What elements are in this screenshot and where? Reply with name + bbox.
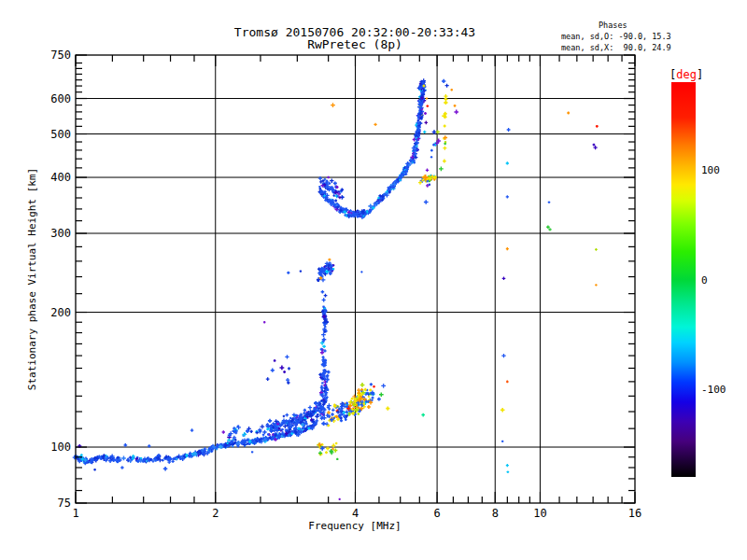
y-tick-label: 200 <box>50 306 71 319</box>
scatter-point <box>250 430 253 433</box>
scatter-point <box>501 354 505 357</box>
x-tick-label: 10 <box>533 507 546 520</box>
scatter-point <box>595 284 597 286</box>
scatter-point <box>283 415 286 418</box>
scatter-point <box>280 366 285 371</box>
scatter-point <box>340 419 343 422</box>
scatter-point <box>303 409 306 412</box>
scatter-point <box>502 277 506 281</box>
phase-stats-o-mode: mean, sd,O: -90.0, 15.3 <box>561 32 671 41</box>
scatter-point <box>121 456 126 461</box>
scatter-point <box>567 112 570 115</box>
scatter-point <box>436 130 440 133</box>
scatter-point <box>363 388 367 392</box>
scatter-point <box>442 79 445 83</box>
scatter-point <box>321 290 325 294</box>
scatter-point <box>322 356 325 358</box>
scatter-point <box>546 225 550 229</box>
scatter-point <box>377 398 381 401</box>
scatter-point <box>367 405 371 409</box>
scatter-point <box>339 498 341 500</box>
scatter-point <box>424 200 429 204</box>
scatter-point <box>439 167 444 172</box>
scatter-point <box>308 405 312 409</box>
scatter-point <box>287 272 289 274</box>
x-tick-label: 16 <box>628 507 641 520</box>
scatter-point <box>331 413 334 416</box>
scatter-point <box>595 248 598 251</box>
scatter-point <box>268 419 272 423</box>
scatter-point <box>163 467 168 471</box>
scatter-point <box>506 161 509 164</box>
scatter-point <box>360 271 362 273</box>
scatter-point <box>285 355 289 358</box>
scatter-point <box>334 200 337 203</box>
scatter-point <box>379 392 384 397</box>
x-tick-label: 8 <box>492 507 499 520</box>
scatter-point <box>426 105 429 107</box>
scatter-point <box>283 371 286 373</box>
scatter-point <box>507 470 510 473</box>
scatter-point <box>251 451 253 453</box>
colorbar-unit-label: [deg] <box>669 68 703 81</box>
scatter-point <box>328 259 331 261</box>
scatter-point <box>372 397 374 399</box>
scatter-point <box>423 131 426 133</box>
scatter-point <box>506 381 509 384</box>
scatter-point <box>506 195 509 198</box>
y-tick-label: 75 <box>58 497 71 510</box>
scatter-point <box>335 442 338 445</box>
scatter-point <box>548 201 551 203</box>
scatter-point <box>386 407 389 411</box>
scatter-point <box>321 332 326 337</box>
scatter-point <box>288 367 290 370</box>
scatter-point <box>266 377 270 381</box>
scatter-point <box>336 204 338 206</box>
phase-stats-x-mode: mean, sd,X: 90.0, 24.9 <box>561 43 671 52</box>
scatter-point <box>120 466 123 469</box>
y-tick-label: 100 <box>50 441 71 454</box>
y-tick-label: 300 <box>50 227 71 240</box>
scatter-point <box>445 84 449 88</box>
colorbar-ticks: 1000-100 <box>701 164 726 396</box>
scatter-point <box>318 186 320 188</box>
colorbar-tick-label: -100 <box>701 384 726 396</box>
colorbar-gradient <box>671 82 696 477</box>
scatter-point <box>594 146 598 149</box>
scatter-point <box>444 125 446 128</box>
scatter-point <box>506 247 509 250</box>
scatter-point <box>322 298 326 301</box>
x-tick-label: 1 <box>72 507 78 520</box>
scatter-point <box>444 101 447 105</box>
scatter-point <box>303 412 305 414</box>
scatter-point <box>430 149 433 152</box>
scatter-point <box>370 383 373 385</box>
scatter-point <box>322 422 326 426</box>
colorbar-tick-label: 0 <box>701 274 708 287</box>
scatter-point <box>261 425 265 429</box>
scatter-point <box>443 147 446 150</box>
scatter-point <box>443 160 446 163</box>
scatter-point <box>454 110 458 115</box>
ionogram-window: 12468101675100200300400500600750 Tromsø … <box>0 0 747 560</box>
scatter-point <box>324 294 328 298</box>
scatter-point <box>444 97 448 101</box>
scatter-point <box>263 321 265 323</box>
scatter-point <box>324 178 327 181</box>
scatter-point <box>507 128 511 132</box>
scatter-points <box>73 78 599 500</box>
scatter-point <box>327 371 331 374</box>
y-tick-label: 600 <box>50 92 71 105</box>
scatter-point <box>369 388 372 391</box>
scatter-point <box>322 344 326 348</box>
y-axis-label: Stationary phase Virtual Height [km] <box>26 168 38 390</box>
scatter-point <box>421 413 425 417</box>
y-tick-label: 750 <box>50 49 71 62</box>
scatter-point <box>500 408 505 413</box>
x-tick-label: 4 <box>352 507 359 520</box>
scatter-point <box>373 385 375 388</box>
scatter-point <box>358 413 360 415</box>
scatter-point <box>418 181 422 185</box>
scatter-point <box>424 112 427 115</box>
scatter-point <box>285 413 289 417</box>
